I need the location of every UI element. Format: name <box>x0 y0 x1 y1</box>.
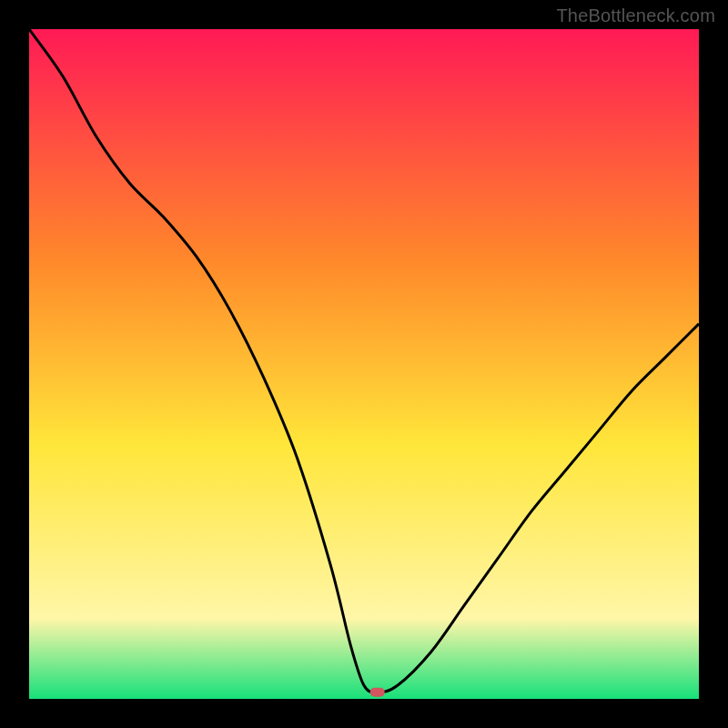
bottleneck-curve <box>29 29 699 699</box>
plot-area <box>29 29 699 699</box>
watermark-text: TheBottleneck.com <box>556 5 715 26</box>
optimum-marker <box>370 688 385 697</box>
chart-frame: TheBottleneck.com <box>0 0 728 728</box>
